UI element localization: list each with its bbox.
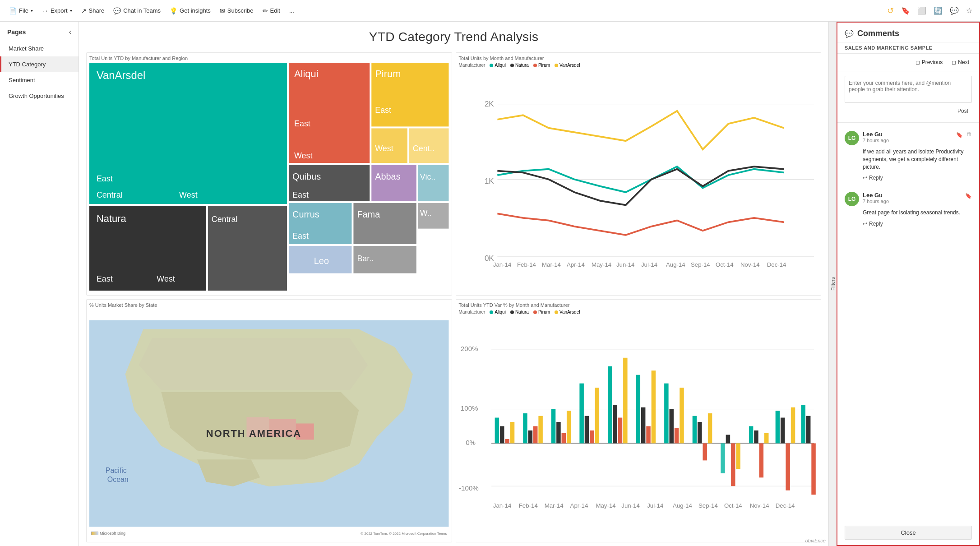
undo-button[interactable]: ↺: [885, 4, 896, 18]
svg-rect-119: [801, 405, 805, 443]
map-title: % Units Market Share by State: [89, 302, 449, 308]
comment-meta: Lee Gu 7 hours ago: [863, 131, 952, 143]
svg-text:Jul-14: Jul-14: [641, 261, 657, 268]
map-footer: Microsoft Bing: [91, 531, 125, 536]
svg-text:Central: Central: [97, 190, 123, 199]
map-inner[interactable]: NORTH AMERICA Pacific Ocean Microsoft Bi…: [89, 310, 449, 537]
comments-input[interactable]: [845, 76, 972, 103]
refresh-button[interactable]: 🔄: [931, 4, 945, 17]
sidebar-item-sentiment[interactable]: Sentiment: [0, 72, 79, 88]
sidebar-collapse-button[interactable]: ‹: [69, 28, 71, 36]
bing-logo: [91, 532, 98, 535]
previous-button[interactable]: ◻ Previous: [913, 57, 946, 67]
svg-text:-100%: -100%: [459, 484, 479, 492]
map-panel: % Units Market Share by State NORTH AM: [86, 299, 452, 542]
view-button[interactable]: ⬜: [915, 4, 929, 17]
subscribe-button[interactable]: ✉ Subscribe: [216, 5, 257, 17]
favorite-button[interactable]: ☆: [964, 4, 975, 17]
svg-text:Bar..: Bar..: [357, 254, 374, 263]
insights-label: Get insights: [180, 7, 211, 14]
svg-text:Quibus: Quibus: [292, 171, 321, 181]
chat-teams-button[interactable]: 💬 Chat in Teams: [110, 5, 164, 17]
svg-text:East: East: [97, 274, 113, 283]
comments-button[interactable]: 💬: [948, 4, 961, 17]
next-button[interactable]: ◻ Next: [949, 57, 972, 67]
more-button[interactable]: ...: [286, 5, 298, 16]
sidebar-item-label: Market Share: [9, 45, 44, 52]
svg-text:West: West: [292, 282, 311, 291]
legend-vanarsdel: VanArsdel: [555, 63, 580, 68]
line-chart-inner[interactable]: 2K 1K 0K: [459, 69, 818, 290]
svg-text:Mar-14: Mar-14: [544, 502, 563, 509]
svg-text:Mar-14: Mar-14: [541, 261, 560, 268]
file-button[interactable]: 📄 File ▾: [5, 5, 37, 17]
sidebar-item-label: Growth Opportunities: [9, 93, 64, 99]
bookmark-button[interactable]: 🔖: [899, 4, 912, 17]
reply-button[interactable]: ↩ Reply: [863, 173, 883, 182]
bar-chart-inner[interactable]: 200% 100% 0% -100%: [459, 316, 818, 537]
comment-header: LG Lee Gu 7 hours ago 🔖: [845, 192, 972, 206]
insights-button[interactable]: 💡 Get insights: [166, 5, 214, 17]
export-button[interactable]: ↔ Export ▾: [38, 5, 76, 17]
bar-pirum-dot: [533, 310, 537, 314]
sidebar-item-ytd-category[interactable]: YTD Category: [0, 56, 79, 72]
edit-button[interactable]: ✏ Edit: [259, 5, 284, 17]
reply-label: Reply: [869, 175, 883, 181]
svg-text:May-14: May-14: [591, 261, 611, 268]
svg-rect-92: [613, 405, 617, 443]
svg-rect-86: [566, 411, 570, 443]
bar-pirum-label: Pirum: [538, 310, 550, 315]
svg-rect-87: [579, 384, 583, 444]
natura-label: Natura: [515, 63, 529, 68]
edit-icon: ✏: [263, 7, 268, 14]
legend-manufacturer-label: Manufacturer: [459, 63, 485, 68]
comment-body: If we add all years and isolate Producti…: [863, 148, 972, 171]
svg-text:Central: Central: [212, 215, 238, 224]
insights-icon: 💡: [170, 7, 177, 14]
svg-text:Currus: Currus: [292, 209, 319, 219]
pirum-label: Pirum: [538, 63, 550, 68]
svg-text:Nov-14: Nov-14: [740, 261, 759, 268]
filters-sidebar[interactable]: Filters: [828, 22, 837, 546]
svg-text:Aug-14: Aug-14: [666, 261, 685, 268]
svg-text:West: West: [157, 274, 175, 283]
svg-text:Vic..: Vic..: [420, 172, 436, 181]
avatar: LG: [845, 131, 859, 145]
treemap-inner[interactable]: VanArsdel East Central West Natura East …: [89, 63, 449, 291]
sidebar-item-growth[interactable]: Growth Opportunities: [0, 88, 79, 104]
svg-text:East: East: [292, 190, 309, 199]
svg-rect-93: [618, 418, 622, 444]
bar-natura-dot: [510, 310, 514, 314]
treemap-svg: VanArsdel East Central West Natura East …: [89, 63, 449, 291]
reply-button[interactable]: ↩ Reply: [863, 219, 883, 228]
sidebar: Pages ‹ Market Share YTD Category Sentim…: [0, 22, 79, 546]
share-button[interactable]: ↗ Share: [78, 5, 108, 17]
comments-footer: Close: [837, 520, 979, 545]
comment-author: Lee Gu: [863, 192, 962, 199]
delete-icon[interactable]: 🗑: [966, 131, 972, 137]
close-button[interactable]: Close: [845, 526, 972, 540]
next-icon: ◻: [952, 59, 956, 65]
bar-natura-label: Natura: [515, 310, 529, 315]
comments-nav: ◻ Previous ◻ Next: [837, 54, 979, 71]
svg-rect-84: [556, 422, 560, 443]
svg-rect-88: [584, 416, 588, 444]
svg-text:East: East: [292, 231, 309, 241]
bar-vanarsdel-label: VanArsdel: [559, 310, 580, 315]
svg-rect-120: [806, 416, 810, 444]
filters-label: Filters: [830, 277, 836, 291]
bookmark-icon: 🔖: [965, 193, 972, 199]
svg-rect-27: [418, 165, 449, 201]
line-legend: Manufacturer Aliqui Natura Pirum: [459, 63, 818, 68]
line-chart-svg: 2K 1K 0K: [459, 69, 818, 290]
previous-icon: ◻: [915, 59, 920, 65]
svg-text:Natura: Natura: [97, 213, 126, 224]
svg-text:Sep-14: Sep-14: [690, 261, 710, 268]
post-button[interactable]: Post: [954, 106, 972, 116]
reply-label: Reply: [869, 221, 883, 227]
svg-rect-106: [707, 413, 712, 443]
svg-text:200%: 200%: [460, 345, 478, 352]
sidebar-item-market-share[interactable]: Market Share: [0, 41, 79, 56]
svg-text:Apr-14: Apr-14: [570, 502, 588, 509]
svg-text:NORTH AMERICA: NORTH AMERICA: [206, 428, 301, 439]
